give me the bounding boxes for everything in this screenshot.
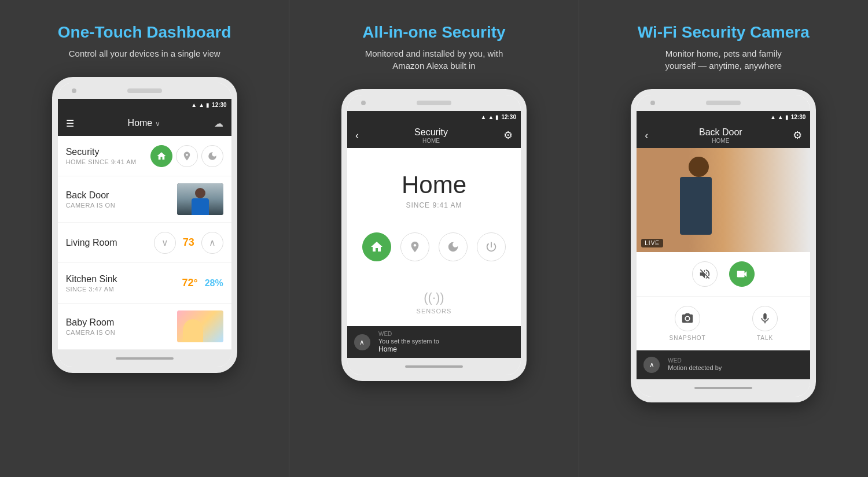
bottom-bar-2: ∧ WED You set the system to Home: [347, 326, 521, 358]
sensors-block: ((·)) SENSORS: [417, 290, 452, 315]
temp-up-button[interactable]: ∧: [201, 232, 223, 254]
baby-room-device-item[interactable]: Baby Room CAMERA IS ON: [58, 304, 231, 350]
gear-button-3[interactable]: ⚙: [793, 129, 802, 142]
bottom-bar-text-2: You set the system to: [378, 337, 439, 345]
status-bar-1: ▲ ▲ ▮ 12:30: [58, 99, 231, 110]
sec-night-button[interactable]: [439, 232, 468, 261]
status-icons-3: ▲ ▲ ▮: [770, 114, 789, 120]
mute-cam-btn[interactable]: [692, 261, 718, 287]
chevron-up-button[interactable]: ∧: [354, 334, 370, 350]
chevron-up-button-3[interactable]: ∧: [643, 357, 660, 373]
sec-off-button[interactable]: [477, 232, 506, 261]
person-cam-1: [177, 183, 223, 215]
panel3-subtitle: Monitor home, pets and familyyourself — …: [665, 47, 782, 72]
away-mode-button[interactable]: [176, 145, 198, 167]
back-door-name: Back Door: [66, 190, 177, 201]
phone-camera-2: [361, 101, 366, 105]
panel1-title: One-Touch Dashboard: [58, 23, 231, 42]
wifi-icon-2: ▲: [481, 114, 487, 120]
bottom-bar-day-2: WED: [378, 331, 439, 337]
back-door-info: Back Door CAMERA IS ON: [66, 190, 177, 209]
back-door-status: CAMERA IS ON: [66, 202, 177, 209]
bottom-bar-mode: Home: [378, 345, 439, 353]
baby-room-info: Baby Room CAMERA IS ON: [66, 317, 177, 336]
baby-room-name: Baby Room: [66, 317, 177, 328]
kitchen-sink-name: Kitchen Sink: [66, 274, 179, 284]
snapshot-icon[interactable]: [675, 306, 700, 331]
nav-title-3: Back Door: [699, 127, 742, 138]
panel3-title: Wi-Fi Security Camera: [638, 23, 810, 42]
status-time-1: 12:30: [212, 102, 227, 108]
wifi-sensor-icon: ((·)): [424, 290, 444, 305]
status-bar-2: ▲ ▲ ▮ 12:30: [347, 111, 521, 123]
nav-subtitle-2: HOME: [422, 138, 440, 144]
back-button-2[interactable]: ‹: [355, 130, 359, 142]
battery-icon-2: ▮: [495, 114, 499, 120]
security-mode-buttons: [362, 232, 506, 261]
status-icons-1: ▲ ▲ ▮: [191, 102, 209, 108]
living-room-info: Living Room: [66, 238, 154, 248]
nav-center-1: Home ∨: [128, 118, 160, 128]
baby-cam-placeholder: [177, 310, 223, 342]
video-cam-btn[interactable]: [729, 261, 755, 287]
security-device-item[interactable]: Security HOME SINCE 9:41 AM: [58, 136, 231, 176]
security-mode-sub: SINCE 9:41 AM: [406, 201, 462, 209]
phone-top-bar-3: [637, 95, 810, 111]
phone-speaker-1: [127, 88, 162, 93]
night-mode-button[interactable]: [201, 145, 223, 167]
bottom-bar-day-3: WED: [668, 357, 722, 364]
phone-camera-3: [650, 101, 655, 105]
gear-button-2[interactable]: ⚙: [503, 129, 513, 142]
security-mode: Home: [402, 171, 466, 199]
home-indicator-3: [694, 387, 752, 389]
back-door-device-item[interactable]: Back Door CAMERA IS ON: [58, 176, 231, 223]
security-status: HOME SINCE 9:41 AM: [66, 158, 150, 165]
phone-bottom-3: [637, 379, 810, 397]
phone-bottom-2: [347, 358, 521, 375]
wifi-icon-3: ▲: [770, 114, 776, 120]
status-time-3: 12:30: [791, 114, 806, 120]
cell-icon-3: ▲: [778, 114, 784, 120]
sensor-values: 72° 28%: [178, 277, 223, 289]
nav-bar-1: ☰ Home ∨ ☁: [58, 110, 231, 136]
phone-3: ▲ ▲ ▮ 12:30 ‹ Back Door HOME ⚙ LIVE: [631, 89, 816, 402]
mute-icon[interactable]: [692, 261, 718, 287]
kitchen-humidity: 28%: [205, 278, 223, 289]
bottom-bar-text-3: Motion detected by: [668, 364, 722, 372]
security-info: Security HOME SINCE 9:41 AM: [66, 147, 150, 165]
home-chevron-icon: ∨: [155, 120, 160, 128]
wifi-signal-icon: ▲: [191, 102, 197, 108]
nav-center-2: Security HOME: [414, 127, 448, 144]
sec-home-button[interactable]: [362, 232, 391, 261]
live-person-figure: [637, 148, 810, 252]
kitchen-sink-info: Kitchen Sink SINCE 3:47 AM: [66, 274, 179, 293]
back-button-3[interactable]: ‹: [645, 130, 648, 142]
video-icon[interactable]: [729, 261, 755, 287]
baby-room-camera-thumb: [177, 310, 223, 342]
nav-bar-2: ‹ Security HOME ⚙: [347, 123, 521, 148]
home-indicator-2: [405, 365, 463, 368]
talk-icon[interactable]: [752, 306, 778, 331]
snapshot-btn[interactable]: SNAPSHOT: [670, 306, 706, 341]
camera-bottom-row: SNAPSHOT TALK: [637, 297, 810, 350]
phone-2: ▲ ▲ ▮ 12:30 ‹ Security HOME ⚙ Home SINCE…: [341, 89, 527, 381]
kitchen-sink-device-item[interactable]: Kitchen Sink SINCE 3:47 AM 72° 28%: [58, 263, 231, 304]
panel2-title: All-in-one Security: [362, 23, 505, 42]
back-door-camera-thumb: [177, 183, 223, 215]
security-controls: [150, 145, 223, 167]
battery-icon: ▮: [206, 102, 209, 108]
temp-down-button[interactable]: ∨: [154, 232, 176, 254]
panel2-subtitle: Monitored and installed by you, withAmaz…: [365, 47, 503, 72]
status-icons-2: ▲ ▲ ▮: [481, 114, 499, 120]
device-list: Security HOME SINCE 9:41 AM: [58, 136, 231, 350]
home-mode-button[interactable]: [150, 145, 172, 167]
sec-away-button[interactable]: [400, 232, 429, 261]
phone-speaker-2: [417, 101, 451, 105]
bottom-bar-content-2: WED You set the system to Home: [378, 331, 439, 353]
talk-btn[interactable]: TALK: [752, 306, 778, 341]
cloud-icon[interactable]: ☁: [214, 118, 223, 129]
living-room-device-item[interactable]: Living Room ∨ 73 ∧: [58, 223, 231, 263]
nav-subtitle-3: HOME: [712, 138, 729, 144]
hamburger-icon[interactable]: ☰: [66, 118, 74, 129]
snapshot-label: SNAPSHOT: [670, 335, 706, 341]
